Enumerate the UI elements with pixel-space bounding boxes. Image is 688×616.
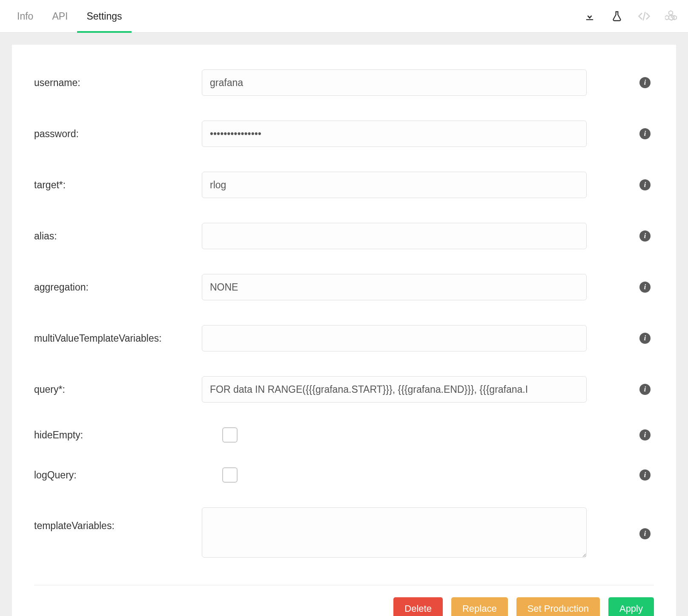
info-icon[interactable]: i — [639, 528, 651, 539]
label-password: password: — [34, 128, 202, 140]
checkbox-hideempty[interactable] — [222, 427, 238, 443]
input-alias[interactable] — [202, 223, 587, 249]
footer-actions: Delete Replace Set Production Apply — [34, 585, 654, 616]
tab-info[interactable]: Info — [8, 0, 43, 33]
row-password: password: i — [34, 121, 654, 147]
label-templatevars: templateVariables: — [34, 507, 202, 532]
info-icon[interactable]: i — [639, 179, 651, 190]
input-multi[interactable] — [202, 325, 587, 351]
label-logquery: logQuery: — [34, 469, 202, 481]
row-alias: alias: i — [34, 223, 654, 249]
cubes-icon[interactable] — [665, 10, 678, 23]
textarea-templatevars[interactable] — [202, 507, 587, 558]
input-query[interactable] — [202, 376, 587, 403]
info-icon[interactable]: i — [639, 469, 651, 481]
topbar: Info API Settings — [0, 0, 688, 33]
info-icon[interactable]: i — [639, 77, 651, 88]
tab-api[interactable]: API — [43, 0, 77, 33]
replace-button[interactable]: Replace — [451, 597, 508, 616]
row-target: target*: i — [34, 172, 654, 198]
code-icon[interactable] — [638, 10, 651, 23]
checkbox-logquery[interactable] — [222, 467, 238, 483]
row-hideempty: hideEmpty: i — [34, 427, 654, 443]
download-icon[interactable] — [583, 10, 596, 23]
info-icon[interactable]: i — [639, 230, 651, 242]
info-icon[interactable]: i — [639, 282, 651, 293]
set-production-button[interactable]: Set Production — [516, 597, 600, 616]
input-target[interactable] — [202, 172, 587, 198]
label-aggregation: aggregation: — [34, 282, 202, 293]
row-query: query*: i — [34, 376, 654, 403]
delete-button[interactable]: Delete — [393, 597, 443, 616]
input-aggregation[interactable] — [202, 274, 587, 300]
label-alias: alias: — [34, 230, 202, 242]
input-username[interactable] — [202, 69, 587, 96]
info-icon[interactable]: i — [639, 128, 651, 139]
row-aggregation: aggregation: i — [34, 274, 654, 300]
row-multi: multiValueTemplateVariables: i — [34, 325, 654, 351]
row-username: username: i — [34, 69, 654, 96]
info-icon[interactable]: i — [639, 429, 651, 440]
header-icons — [583, 10, 678, 23]
label-username: username: — [34, 77, 202, 89]
label-query: query*: — [34, 384, 202, 395]
label-multi: multiValueTemplateVariables: — [34, 333, 202, 344]
input-password[interactable] — [202, 121, 587, 147]
settings-panel: username: i password: i target*: i alias… — [12, 45, 676, 616]
info-icon[interactable]: i — [639, 333, 651, 344]
row-templatevars: templateVariables: i — [34, 507, 654, 560]
flask-icon[interactable] — [611, 10, 623, 23]
tabs: Info API Settings — [8, 0, 132, 33]
label-target: target*: — [34, 179, 202, 191]
content-wrap: username: i password: i target*: i alias… — [0, 33, 688, 616]
row-logquery: logQuery: i — [34, 467, 654, 483]
apply-button[interactable]: Apply — [608, 597, 654, 616]
label-hideempty: hideEmpty: — [34, 429, 202, 441]
tab-settings[interactable]: Settings — [77, 0, 131, 33]
info-icon[interactable]: i — [639, 384, 651, 395]
